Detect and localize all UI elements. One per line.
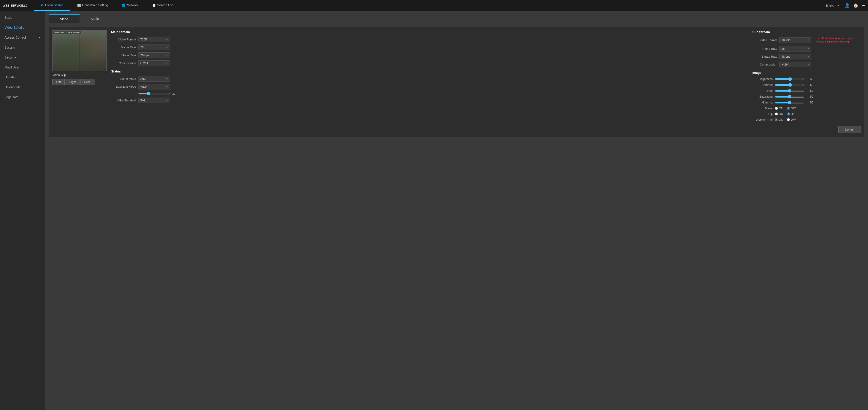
main-video-format-wrapper: 720P 1080P D1: [138, 37, 170, 42]
reset-button[interactable]: Reset: [81, 79, 95, 85]
main-compression-label: Compression: [111, 61, 136, 65]
right-button[interactable]: Right: [65, 79, 80, 85]
logout-icon[interactable]: ➡: [862, 3, 865, 8]
gamma-value: 50: [807, 101, 813, 104]
sub-frame-rate-select[interactable]: 25 15 10: [779, 46, 811, 52]
mirror-on-option[interactable]: ON: [775, 106, 783, 110]
main-video-format-row: Video Format 720P 1080P D1: [111, 37, 748, 42]
nav-household-setting[interactable]: 🏢 Household Setting: [70, 0, 115, 11]
sidebar: Basic Video & Audio Access Control ▼ Sys…: [0, 11, 45, 410]
video-standard-wrapper: PAL NTSC: [138, 98, 170, 103]
gamma-slider[interactable]: [775, 101, 804, 104]
display-time-radio-group: ON OFF: [775, 118, 797, 121]
sub-bitrate-row: Bitrate Rate 4Mbps 2Mbps 6Mbps: [752, 54, 861, 59]
sub-bitrate-select[interactable]: 4Mbps 2Mbps 6Mbps: [779, 54, 811, 59]
main-bitrate-select[interactable]: 2Mbps 4Mbps 6Mbps: [138, 53, 170, 58]
sidebar-item-basic[interactable]: Basic: [0, 13, 45, 23]
sidebar-item-onvif-user[interactable]: Onvif User: [0, 62, 45, 72]
video-timestamp: 26-05-2024 17:10:29 Sunday: [53, 31, 81, 34]
sidebar-item-access-control[interactable]: Access Control ▼: [0, 33, 45, 42]
flip-on-option[interactable]: ON: [775, 112, 783, 116]
hue-slider[interactable]: [775, 89, 804, 93]
saturation-slider[interactable]: [775, 95, 804, 98]
nav-network[interactable]: 🌐 Network: [115, 0, 145, 11]
sidebar-item-video-audio[interactable]: Video & Audio: [0, 23, 45, 33]
contrast-slider[interactable]: [775, 83, 804, 87]
sub-video-format-select[interactable]: 1080P 720P D1: [779, 37, 811, 43]
sidebar-item-upload-file[interactable]: Upload File: [0, 82, 45, 92]
main-compression-select[interactable]: H.264 H.265: [138, 60, 170, 66]
backlight-mode-row: Backlight Mode WDR BLC HLC OFF: [111, 84, 748, 90]
sub-bitrate-wrapper: 4Mbps 2Mbps 6Mbps: [779, 54, 811, 59]
sub-compression-select[interactable]: H.264 H.265: [779, 62, 811, 67]
main-bitrate-label: Bitrate Rate: [111, 54, 136, 57]
sub-stream-section: Sub Stream Video Format 1080P 720P D1 Li…: [752, 30, 861, 133]
main-stream-title: Main Stream: [111, 30, 748, 34]
main-layout: Basic Video & Audio Access Control ▼ Sys…: [0, 11, 868, 410]
sub-frame-rate-row: Frame Rate 25 15 10: [752, 46, 861, 52]
brightness-label: Brightness: [752, 77, 773, 81]
sidebar-item-security[interactable]: Security: [0, 53, 45, 62]
globe-icon: 🌐: [122, 3, 125, 7]
display-time-off-option[interactable]: OFF: [787, 118, 797, 121]
sub-stream-warning: Live effect of mobile phone might be aff…: [815, 37, 861, 43]
tab-bar: Video Audio: [49, 14, 864, 23]
main-compression-wrapper: H.264 H.265: [138, 60, 170, 66]
sub-compression-wrapper: H.264 H.265: [779, 62, 811, 67]
default-button[interactable]: Default: [838, 126, 861, 133]
main-frame-rate-row: Frame Rate 25 15 10: [111, 44, 748, 50]
home-icon[interactable]: 🏠: [853, 3, 858, 8]
mirror-radio-group: ON OFF: [775, 106, 797, 110]
brightness-slider[interactable]: [775, 77, 804, 81]
backlight-mode-select[interactable]: WDR BLC HLC OFF: [138, 84, 170, 90]
sidebar-item-legal-info[interactable]: Legal Info: [0, 92, 45, 102]
sidebar-item-update[interactable]: Update: [0, 72, 45, 82]
hue-row: Hue 50: [752, 89, 861, 93]
panel-body: 26-05-2024 17:10:29 Sunday Video Clip Le…: [53, 30, 861, 133]
flip-off-radio[interactable]: [787, 113, 790, 116]
scene-mode-wrapper: Auto Indoor Outdoor: [138, 76, 170, 82]
video-standard-select[interactable]: PAL NTSC: [138, 98, 170, 103]
mirror-row: Mirror ON OFF: [752, 106, 861, 110]
scene-mode-row: Scene Mode Auto Indoor Outdoor: [111, 76, 748, 82]
backlight-mode-label: Backlight Mode: [111, 85, 136, 88]
main-video-format-label: Video Format: [111, 38, 136, 41]
display-time-on-option[interactable]: ON: [775, 118, 783, 121]
mirror-off-radio[interactable]: [787, 107, 790, 110]
language-select[interactable]: English Chinese: [825, 4, 840, 7]
main-frame-rate-select[interactable]: 25 15 10: [138, 44, 170, 50]
backlight-slider[interactable]: [138, 92, 170, 95]
contrast-value: 52: [807, 83, 813, 87]
sub-frame-rate-label: Frame Rate: [752, 47, 777, 51]
mirror-off-option[interactable]: OFF: [787, 106, 797, 110]
video-standard-row: VideoStandard PAL NTSC: [111, 98, 748, 103]
left-button[interactable]: Left: [53, 79, 65, 85]
nav-search-log[interactable]: 📋 Search Log: [145, 0, 180, 11]
settings-panel: 26-05-2024 17:10:29 Sunday Video Clip Le…: [49, 27, 864, 137]
scene-mode-select[interactable]: Auto Indoor Outdoor: [138, 76, 170, 82]
sidebar-item-system[interactable]: System: [0, 42, 45, 53]
video-clip-label: Video Clip: [53, 73, 106, 76]
content-area: Video Audio 26-05-2024 17:10:29 Sunday V…: [45, 11, 868, 410]
brightness-value: 52: [807, 77, 813, 81]
flip-off-option[interactable]: OFF: [787, 112, 797, 116]
mirror-on-radio[interactable]: [775, 107, 778, 110]
sub-video-format-row: Video Format 1080P 720P D1 Live effect o…: [752, 37, 861, 43]
display-time-on-radio[interactable]: [775, 118, 778, 121]
tab-audio[interactable]: Audio: [80, 14, 110, 23]
flip-on-radio[interactable]: [775, 113, 778, 116]
hue-value: 50: [807, 89, 813, 92]
nav-local-setting[interactable]: ⚙ Local Setting: [34, 0, 70, 11]
user-icon[interactable]: 👤: [845, 3, 850, 8]
main-video-format-select[interactable]: 720P 1080P D1: [138, 37, 170, 42]
main-bitrate-wrapper: 2Mbps 4Mbps 6Mbps: [138, 53, 170, 58]
saturation-row: Saturation 50: [752, 95, 861, 98]
hue-label: Hue: [752, 89, 773, 92]
saturation-label: Saturation: [752, 95, 773, 98]
display-time-off-radio[interactable]: [787, 118, 790, 121]
building-icon: 🏢: [77, 3, 81, 7]
main-compression-row: Compression H.264 H.265: [111, 60, 748, 66]
backlight-mode-wrapper: WDR BLC HLC OFF: [138, 84, 170, 90]
tab-video[interactable]: Video: [49, 14, 80, 23]
flip-row: Flip ON OFF: [752, 112, 861, 116]
